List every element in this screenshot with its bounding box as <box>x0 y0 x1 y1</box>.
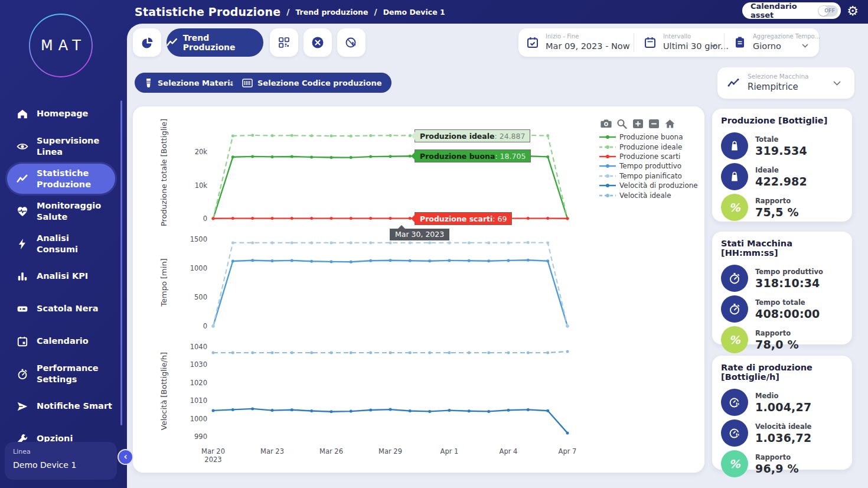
clear-filters-button[interactable] <box>304 28 332 57</box>
toggle-switch[interactable]: OFF <box>818 5 838 17</box>
calendar-icon <box>644 36 657 49</box>
device-value: Demo Device 1 <box>13 460 109 470</box>
chevron-down-icon <box>833 81 841 86</box>
sidebar-item-analisi-consumi[interactable]: Analisi Consumi <box>0 227 121 260</box>
date-range-label: Inizio - Fine <box>546 33 579 40</box>
legend-label: Tempo pianificato <box>619 172 682 180</box>
sidebar-item-label: Calendario <box>37 336 112 346</box>
selezione-codice-produzione-button[interactable]: Selezione Codice produzione <box>233 73 391 93</box>
aggregation-select[interactable]: Aggregazione Tempo... Giorno <box>733 28 816 57</box>
svg-text:Mar 29: Mar 29 <box>378 447 402 456</box>
kpi-label: Rapporto <box>755 197 799 205</box>
percent-icon: % <box>721 194 748 221</box>
kpi-label: Ideale <box>755 166 807 174</box>
sidebar-item-analisi-kpi[interactable]: Analisi KPI <box>0 260 121 292</box>
calendar-check-icon <box>526 36 539 49</box>
kpi-value: 1.036,72 <box>755 431 811 444</box>
date-range-field[interactable]: Inizio - Fine Mar 09, 2023 - Now <box>526 28 632 57</box>
svg-text:Produzione totale [Bottiglie]: Produzione totale [Bottiglie] <box>159 119 168 226</box>
stopwatch-icon <box>721 265 748 292</box>
qr-view-button[interactable] <box>270 28 298 57</box>
tooltip-value: 18.705 <box>500 152 526 161</box>
bar-chart-icon <box>17 271 28 282</box>
sidebar-scrollbar[interactable] <box>120 100 122 425</box>
pie-view-button[interactable] <box>133 28 161 57</box>
svg-text:1000: 1000 <box>190 264 207 272</box>
home-icon <box>17 108 28 120</box>
camera-icon[interactable] <box>601 119 612 129</box>
kpi-label: Rapporto <box>755 453 799 461</box>
date-range-value: Mar 09, 2023 - Now <box>546 41 630 51</box>
breadcrumb-demo-device[interactable]: Demo Device 1 <box>383 8 445 17</box>
sidebar-item-supervisione-linea[interactable]: Supervisione Linea <box>0 130 121 162</box>
kpi-value: 1.004,27 <box>755 401 811 414</box>
legend-item[interactable]: Velocità di produzione <box>599 181 698 190</box>
sidebar-item-homepage[interactable]: Homepage <box>0 97 121 130</box>
bolt-icon <box>17 238 28 250</box>
breadcrumb-trend-produzione[interactable]: Trend produzione <box>295 8 368 17</box>
sidebar-item-label: Scatola Nera <box>37 303 112 314</box>
trend-icon <box>17 173 28 185</box>
series-tempo-produttivo[interactable] <box>213 260 567 326</box>
trend-icon <box>167 38 178 47</box>
sidebar-item-performance-settings[interactable]: Performance Settings <box>0 357 121 390</box>
trend-produzione-button[interactable]: Trend Produzione <box>167 28 263 57</box>
kpi-row-medio: Medio 1.004,27 <box>721 387 843 418</box>
divider <box>724 33 725 52</box>
black-box-icon <box>17 303 28 315</box>
sidebar-nav: Homepage Supervisione Linea Statistiche … <box>0 97 121 455</box>
sidebar-item-label: Analisi Consumi <box>37 233 112 254</box>
home-reset-icon[interactable] <box>664 119 676 129</box>
sidebar-item-calendario[interactable]: Calendario <box>0 325 121 357</box>
sidebar-item-statistiche-produzione[interactable]: Statistiche Produzione <box>0 162 121 195</box>
calendar-asset-label: Calendario asset <box>750 2 813 19</box>
device-card[interactable]: Linea Demo Device 1 <box>5 442 117 480</box>
legend-item[interactable]: Tempo produttivo <box>599 161 698 171</box>
series-tempo-pianificato[interactable] <box>213 243 567 327</box>
kpi-value: 78,0 % <box>755 338 799 351</box>
legend-item[interactable]: Produzione ideale <box>599 142 698 151</box>
kpi-label: Medio <box>755 392 811 400</box>
sidebar-item-scatola-nera[interactable]: Scatola Nera <box>0 292 121 325</box>
svg-text:Mar 20: Mar 20 <box>201 447 225 456</box>
zoom-in-icon[interactable] <box>632 119 644 129</box>
kpi-value: 75,5 % <box>755 206 799 219</box>
kpi-label: Velocità ideale <box>755 422 811 431</box>
legend-item[interactable]: Produzione scarti <box>599 152 698 161</box>
legend-label: Velocità ideale <box>619 191 671 200</box>
sidebar-item-monitoraggio-salute[interactable]: Monitoraggio Salute <box>0 195 121 227</box>
zoom-out-icon[interactable] <box>648 119 660 129</box>
tooltip-value: 69 <box>498 214 507 223</box>
settings-gear-icon[interactable]: ⚙ <box>846 3 860 19</box>
interval-select[interactable]: Intervallo Ultimi 30 gior... <box>644 28 720 57</box>
logo-text: MAT <box>28 12 94 79</box>
svg-text:1020: 1020 <box>190 379 207 387</box>
series-velocit-di-produzione[interactable] <box>213 409 567 433</box>
sidebar-item-label: Performance Settings <box>37 363 112 384</box>
device-label: Linea <box>13 448 109 456</box>
zoom-magnifier-icon[interactable] <box>616 119 628 129</box>
sidebar-collapse-button[interactable]: ‹ <box>118 449 133 465</box>
bag-icon <box>721 132 748 160</box>
calendar-asset-toggle[interactable]: Calendario asset OFF <box>742 2 841 19</box>
legend-item[interactable]: Velocità ideale <box>599 190 698 200</box>
sidebar-item-notifiche-smart[interactable]: Notifiche Smart <box>0 390 121 422</box>
series-produzione-buona[interactable] <box>213 156 567 219</box>
card-title: Rate di produzione [Bottiglie/h] <box>721 363 843 382</box>
svg-text:990: 990 <box>194 432 207 441</box>
mat-logo: MAT <box>28 12 94 79</box>
legend-item[interactable]: Tempo pianificato <box>599 171 698 181</box>
kpi-row-tempo-totale: Tempo totale 408:00:00 <box>721 294 843 324</box>
legend-item[interactable]: Produzione buona <box>599 132 698 142</box>
svg-text:20k: 20k <box>195 148 208 156</box>
breadcrumb-slash: / <box>286 7 289 17</box>
series-produzione-ideale[interactable] <box>213 135 567 219</box>
machine-select[interactable]: Selezione Macchina Riempitrice <box>717 67 854 99</box>
sidebar-item-label: Supervisione Linea <box>37 135 112 157</box>
chart-modebar <box>601 119 676 129</box>
gauge-view-button[interactable] <box>337 28 366 57</box>
card-stati-macchina: Stati Macchina [HH:mm:ss] Tempo produtti… <box>712 232 852 344</box>
kpi-row-tempo-produttivo: Tempo produttivo 318:10:34 <box>721 263 843 294</box>
tooltip-label: Produzione scarti <box>420 214 492 223</box>
calendar-icon <box>17 336 28 347</box>
